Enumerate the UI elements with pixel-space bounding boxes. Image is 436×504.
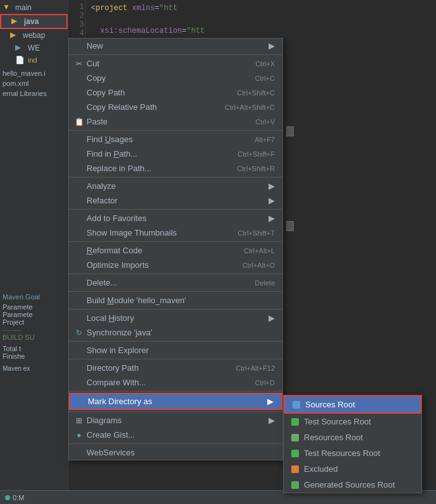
test-resources-dot: [291, 450, 299, 457]
code-line-1: <project xmlns="htt: [91, 3, 431, 14]
menu-label-reformat: Reformat Code: [87, 246, 142, 255]
file-icon-ind: 📄: [15, 56, 25, 64]
menu-item-mark-dir[interactable]: Mark Directory as ▶: [69, 393, 282, 410]
folder-icon-main: ▼: [3, 3, 13, 13]
menu-item-compare[interactable]: Compare With... Ctrl+D: [69, 375, 282, 390]
refactor-arrow: ▶: [269, 196, 275, 205]
tree-item-ext-libs[interactable]: ernal Libraries: [0, 88, 68, 99]
folder-icon-webapp: ▶: [10, 30, 20, 40]
submenu-label-resources: Resources Root: [304, 433, 363, 442]
tree-item-java[interactable]: ▶ java: [0, 14, 68, 29]
menu-item-copy-rel-path[interactable]: Copy Relative Path Ctrl+Alt+Shift+C: [69, 100, 282, 114]
tree-label-ind: ind: [28, 56, 37, 64]
tree-item-hello[interactable]: hello_maven.i: [0, 68, 68, 78]
menu-label-refactor: Refactor: [87, 196, 118, 205]
tree-item-main[interactable]: ▼ main: [0, 1, 68, 14]
cut-shortcut: Ctrl+X: [255, 60, 275, 68]
folder-icon-java: ▶: [11, 16, 21, 27]
compare-icon: [74, 378, 84, 388]
diagrams-icon: ⊞: [74, 416, 84, 426]
separator-2: [69, 130, 282, 131]
submenu-item-resources[interactable]: Resources Root: [284, 429, 421, 445]
menu-item-show-explorer[interactable]: Show in Explorer: [69, 343, 282, 357]
resources-dot: [291, 434, 299, 441]
submenu-label-generated: Generated Sources Root: [304, 480, 395, 489]
tree-label-we: WE: [28, 44, 40, 52]
menu-item-copy-path[interactable]: Copy Path Ctrl+Shift+C: [69, 85, 282, 100]
tree-label-ext-libs: ernal Libraries: [3, 90, 47, 97]
optimize-icon: [74, 260, 84, 270]
menu-item-show-image[interactable]: Show Image Thumbnails Ctrl+Shift+T: [69, 225, 282, 240]
menu-label-compare: Compare With...: [87, 378, 146, 387]
menu-label-optimize: Optimize Imports: [87, 260, 148, 270]
explorer-icon: [74, 345, 84, 356]
menu-item-new[interactable]: New ▶: [69, 39, 282, 53]
delete-icon: [74, 278, 84, 288]
find-usages-icon: [74, 135, 84, 145]
submenu-item-test-resources[interactable]: Test Resources Root: [284, 445, 421, 461]
menu-label-favorites: Add to Favorites: [87, 213, 147, 223]
tree-item-pom[interactable]: pom.xml: [0, 78, 68, 88]
menu-item-webservices[interactable]: WebServices: [69, 445, 282, 460]
bottom-total: Total t: [3, 345, 65, 352]
menu-item-replace-path[interactable]: Replace in Path... Ctrl+Shift+R: [69, 161, 282, 176]
menu-label-delete: Delete...: [87, 278, 117, 287]
submenu-item-generated[interactable]: Generated Sources Root: [284, 477, 421, 493]
show-image-icon: [74, 228, 84, 238]
menu-label-find-usages: Find Usages: [87, 135, 133, 144]
menu-item-reformat[interactable]: Reformat Code Ctrl+Alt+L: [69, 243, 282, 258]
menu-item-find-usages[interactable]: Find Usages Alt+F7: [69, 132, 282, 147]
tree-item-we[interactable]: ▶ WE: [0, 42, 68, 54]
submenu-item-excluded[interactable]: Excluded: [284, 461, 421, 477]
menu-label-cut: Cut: [87, 59, 99, 68]
menu-label-copy-path: Copy Path: [87, 88, 125, 97]
menu-label-create-gist: Create Gist...: [87, 430, 135, 440]
favorites-arrow: ▶: [269, 213, 275, 223]
local-history-icon: [74, 313, 84, 323]
submenu-mark-dir: Sources Root Test Sources Root Resources…: [283, 395, 422, 493]
menu-item-diagrams[interactable]: ⊞ Diagrams ▶: [69, 413, 282, 428]
menu-item-favorites[interactable]: Add to Favorites ▶: [69, 211, 282, 225]
menu-label-webservices: WebServices: [87, 448, 135, 457]
file-tree-panel: ▼ main ▶ java ▶ webap ▶ WE 📄 ind hello_m…: [0, 0, 68, 504]
tree-item-ind[interactable]: 📄 ind: [0, 54, 68, 66]
menu-item-optimize[interactable]: Optimize Imports Ctrl+Alt+O: [69, 258, 282, 272]
copy-path-icon: [74, 88, 84, 98]
separator-3: [69, 177, 282, 177]
separator-7: [69, 291, 282, 292]
menu-label-diagrams: Diagrams: [87, 416, 122, 425]
compare-shortcut: Ctrl+D: [255, 379, 275, 387]
favorites-icon: [74, 213, 84, 224]
menu-item-find-path[interactable]: Find in Path... Ctrl+Shift+F: [69, 147, 282, 161]
reformat-shortcut: Ctrl+Alt+L: [244, 247, 275, 255]
menu-item-analyze[interactable]: Analyze ▶: [69, 179, 282, 193]
delete-shortcut: Delete: [255, 279, 275, 287]
copy-rel-path-icon: [74, 102, 84, 112]
submenu-item-test-sources[interactable]: Test Sources Root: [284, 414, 421, 429]
submenu-item-sources-root[interactable]: Sources Root: [284, 395, 421, 414]
tree-item-webapp[interactable]: ▶ webap: [0, 29, 68, 42]
menu-item-refactor[interactable]: Refactor ▶: [69, 193, 282, 208]
find-usages-shortcut: Alt+F7: [255, 136, 275, 143]
menu-item-copy[interactable]: Copy Ctrl+C: [69, 71, 282, 85]
paste-shortcut: Ctrl+V: [255, 118, 275, 126]
menu-item-create-gist[interactable]: ● Create Gist...: [69, 428, 282, 442]
mark-dir-arrow: ▶: [267, 397, 274, 406]
separator-1: [69, 54, 282, 55]
menu-item-build[interactable]: Build Module 'hello_maven': [69, 293, 282, 308]
mark-dir-icon: [75, 397, 85, 407]
menu-item-paste[interactable]: 📋 Paste Ctrl+V: [69, 114, 282, 129]
submenu-label-excluded: Excluded: [304, 464, 337, 474]
menu-item-local-history[interactable]: Local History ▶: [69, 311, 282, 325]
menu-item-delete[interactable]: Delete... Delete: [69, 275, 282, 290]
find-path-shortcut: Ctrl+Shift+F: [238, 150, 275, 158]
code-line-2: [91, 14, 431, 25]
separator-10: [69, 359, 282, 359]
menu-item-cut[interactable]: ✂ Cut Ctrl+X: [69, 56, 282, 71]
menu-item-synchronize[interactable]: ↻ Synchronize 'java': [69, 325, 282, 340]
webservices-icon: [74, 448, 84, 458]
menu-item-dir-path[interactable]: Directory Path Ctrl+Alt+F12: [69, 361, 282, 375]
copy-shortcut: Ctrl+C: [255, 75, 275, 82]
replace-path-shortcut: Ctrl+Shift+R: [237, 165, 275, 172]
menu-label-analyze: Analyze: [87, 181, 116, 191]
